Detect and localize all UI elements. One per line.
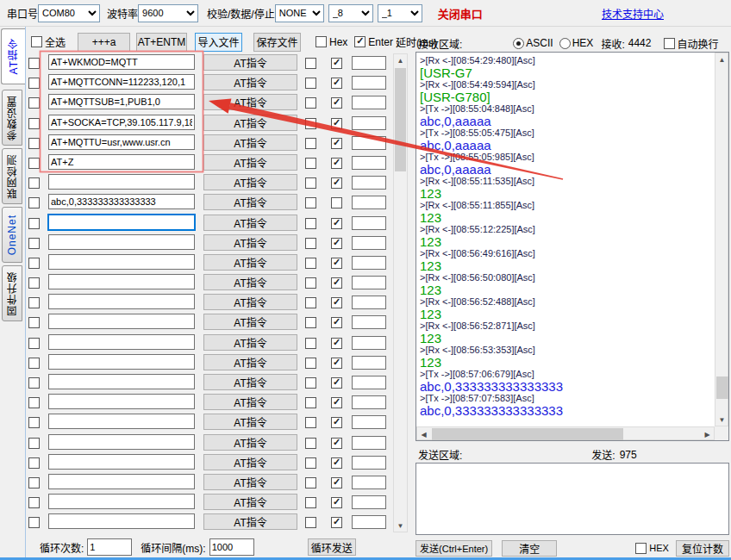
- row-enter-checkbox[interactable]: [331, 197, 342, 208]
- row-delay-input[interactable]: [352, 216, 386, 230]
- send-textarea[interactable]: [415, 463, 729, 535]
- scroll-down-icon[interactable]: ▼: [715, 414, 728, 426]
- row-enter-checkbox[interactable]: [331, 297, 342, 308]
- row-enter-checkbox[interactable]: [331, 177, 342, 189]
- command-input[interactable]: [48, 174, 195, 190]
- command-list-scrollbar[interactable]: ▲ ▼: [393, 53, 408, 532]
- row-select-checkbox[interactable]: [28, 477, 40, 488]
- import-file-button[interactable]: 导入文件: [195, 33, 242, 52]
- parity-select[interactable]: NONE: [275, 4, 324, 22]
- at-send-button[interactable]: AT指令: [203, 94, 297, 110]
- row-select-checkbox[interactable]: [28, 158, 40, 169]
- row-hex-checkbox[interactable]: [305, 338, 316, 349]
- row-delay-input[interactable]: [352, 296, 386, 309]
- row-hex-checkbox[interactable]: [305, 317, 316, 328]
- row-hex-checkbox[interactable]: [305, 397, 316, 408]
- send-hex-checkbox[interactable]: [635, 543, 647, 554]
- command-input[interactable]: [48, 74, 195, 90]
- row-enter-checkbox[interactable]: [331, 497, 342, 508]
- command-input[interactable]: [48, 94, 195, 109]
- row-delay-input[interactable]: [352, 276, 386, 289]
- command-input[interactable]: [48, 434, 195, 450]
- at-send-button[interactable]: AT指令: [203, 513, 297, 530]
- command-input[interactable]: [48, 494, 195, 509]
- row-select-checkbox[interactable]: [28, 497, 40, 508]
- scrollbar-thumb[interactable]: [395, 68, 406, 171]
- row-hex-checkbox[interactable]: [305, 417, 316, 428]
- scroll-up-icon[interactable]: ▲: [394, 54, 407, 66]
- row-delay-input[interactable]: [352, 196, 386, 209]
- row-delay-input[interactable]: [352, 515, 386, 529]
- at-send-button[interactable]: AT指令: [203, 115, 297, 131]
- reset-count-button[interactable]: 复位计数: [676, 540, 729, 557]
- row-enter-checkbox[interactable]: [331, 517, 342, 528]
- row-delay-input[interactable]: [352, 116, 386, 130]
- row-hex-checkbox[interactable]: [305, 218, 316, 229]
- row-delay-input[interactable]: [352, 76, 386, 90]
- row-select-checkbox[interactable]: [28, 397, 40, 408]
- command-input[interactable]: [48, 394, 195, 409]
- row-enter-checkbox[interactable]: [331, 118, 342, 129]
- command-input[interactable]: [48, 334, 195, 350]
- row-select-checkbox[interactable]: [28, 197, 40, 208]
- save-file-button[interactable]: 保存文件: [253, 33, 301, 52]
- command-input[interactable]: [48, 474, 195, 489]
- at-entm-button[interactable]: AT+ENTM: [136, 33, 187, 52]
- support-center-link[interactable]: 技术支持中心: [602, 6, 664, 21]
- row-select-checkbox[interactable]: [28, 317, 40, 328]
- row-enter-checkbox[interactable]: [331, 218, 342, 229]
- row-select-checkbox[interactable]: [28, 417, 40, 428]
- enter-checkbox[interactable]: [354, 36, 366, 47]
- sidebar-tab-firmware-upgrade[interactable]: 固件升级: [2, 265, 22, 321]
- baud-select[interactable]: 9600: [138, 4, 198, 22]
- at-send-button[interactable]: AT指令: [203, 174, 297, 190]
- row-hex-checkbox[interactable]: [305, 238, 316, 249]
- row-select-checkbox[interactable]: [28, 58, 40, 69]
- row-select-checkbox[interactable]: [28, 78, 40, 89]
- command-input[interactable]: [48, 374, 195, 389]
- at-send-button[interactable]: AT指令: [203, 194, 297, 210]
- row-select-checkbox[interactable]: [28, 517, 40, 528]
- row-enter-checkbox[interactable]: [331, 158, 342, 169]
- row-select-checkbox[interactable]: [28, 277, 40, 289]
- sidebar-tab-net-test[interactable]: 联网检测: [2, 148, 22, 204]
- receive-vertical-scrollbar[interactable]: ▲ ▼: [715, 53, 728, 426]
- command-input[interactable]: [48, 215, 195, 230]
- stopbits-select[interactable]: _1: [378, 4, 422, 22]
- row-hex-checkbox[interactable]: [305, 97, 316, 109]
- row-delay-input[interactable]: [352, 96, 386, 109]
- at-send-button[interactable]: AT指令: [203, 414, 297, 430]
- hex-checkbox[interactable]: [316, 36, 327, 47]
- scrollbar-thumb[interactable]: [716, 376, 728, 399]
- row-delay-input[interactable]: [352, 415, 386, 429]
- at-send-button[interactable]: AT指令: [203, 215, 297, 231]
- at-send-button[interactable]: AT指令: [203, 254, 297, 271]
- command-input[interactable]: [48, 115, 195, 130]
- select-all-checkbox[interactable]: [31, 36, 42, 47]
- send-button[interactable]: 发送(Ctrl+Enter): [415, 540, 492, 557]
- row-enter-checkbox[interactable]: [331, 358, 342, 369]
- command-input[interactable]: [48, 274, 195, 289]
- port-select[interactable]: COM80: [38, 4, 100, 22]
- at-send-button[interactable]: AT指令: [203, 314, 297, 330]
- row-enter-checkbox[interactable]: [331, 457, 342, 469]
- at-send-button[interactable]: AT指令: [203, 434, 297, 451]
- scroll-right-icon[interactable]: ▶: [701, 428, 714, 440]
- row-delay-input[interactable]: [352, 495, 386, 509]
- row-hex-checkbox[interactable]: [305, 78, 316, 89]
- auto-wrap-checkbox[interactable]: [664, 38, 675, 49]
- row-delay-input[interactable]: [352, 456, 386, 470]
- row-select-checkbox[interactable]: [28, 297, 40, 308]
- receive-horizontal-scrollbar[interactable]: ◀ ▶: [416, 426, 715, 440]
- at-send-button[interactable]: AT指令: [203, 294, 297, 310]
- row-delay-input[interactable]: [352, 156, 386, 170]
- command-input[interactable]: [48, 294, 195, 309]
- row-delay-input[interactable]: [352, 395, 386, 409]
- row-delay-input[interactable]: [352, 56, 386, 70]
- row-hex-checkbox[interactable]: [305, 258, 316, 269]
- row-enter-checkbox[interactable]: [331, 477, 342, 488]
- row-select-checkbox[interactable]: [28, 258, 40, 269]
- row-enter-checkbox[interactable]: [331, 377, 342, 389]
- at-send-button[interactable]: AT指令: [203, 494, 297, 510]
- row-hex-checkbox[interactable]: [305, 197, 316, 208]
